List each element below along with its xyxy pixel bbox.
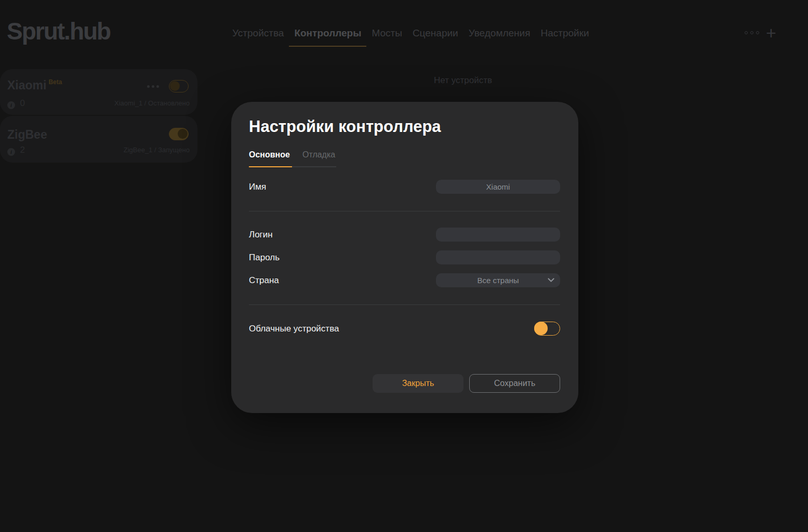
- chevron-down-icon: [548, 278, 554, 283]
- controller-settings-modal: Настройки контроллера Основное Отладка И…: [231, 102, 578, 413]
- main-nav: Устройства Контроллеры Мосты Сценарии Ув…: [232, 28, 594, 47]
- login-input[interactable]: [436, 228, 560, 242]
- controller-status: Xiaomi_1 / Остановлено: [114, 99, 190, 107]
- info-icon: i: [7, 101, 15, 109]
- tab-debug[interactable]: Отладка: [292, 150, 336, 167]
- controller-card-title: ZigBee: [7, 128, 47, 142]
- country-select-value: Все страны: [477, 276, 519, 285]
- country-label: Страна: [249, 275, 279, 286]
- nav-item-notifications[interactable]: Уведомления: [463, 28, 536, 47]
- app-root: Sprut.hub Устройства Контроллеры Мосты С…: [0, 0, 808, 532]
- save-button[interactable]: Сохранить: [469, 374, 560, 393]
- beta-badge: Beta: [48, 78, 62, 86]
- cloud-devices-toggle[interactable]: [534, 322, 560, 336]
- controller-enable-toggle[interactable]: [169, 128, 189, 140]
- nav-item-settings[interactable]: Настройки: [536, 28, 594, 47]
- device-count: 2: [20, 145, 24, 155]
- add-controller-button[interactable]: +: [766, 24, 776, 42]
- controller-name: Xiaomi: [7, 78, 46, 92]
- nav-item-controllers[interactable]: Контроллеры: [289, 28, 366, 47]
- controller-info-row: i 0 Xiaomi_1 / Остановлено: [7, 98, 190, 108]
- name-input[interactable]: [436, 180, 560, 194]
- empty-state-message: Нет устройств: [434, 75, 492, 86]
- nav-item-bridges[interactable]: Мосты: [366, 28, 407, 47]
- password-input[interactable]: [436, 250, 560, 264]
- login-row: Логин: [249, 228, 560, 242]
- device-count: 0: [20, 98, 24, 108]
- toggle-knob: [170, 81, 180, 91]
- name-row: Имя: [249, 180, 560, 194]
- controller-enable-toggle[interactable]: [169, 80, 189, 92]
- country-select[interactable]: Все страны: [436, 273, 560, 287]
- info-icon: i: [7, 148, 15, 156]
- modal-actions: Закрыть Сохранить: [249, 374, 560, 393]
- app-logo: Sprut.hub: [7, 17, 110, 45]
- nav-item-devices[interactable]: Устройства: [232, 28, 289, 47]
- controller-name: ZigBee: [7, 128, 47, 141]
- password-row: Пароль: [249, 250, 560, 264]
- password-label: Пароль: [249, 252, 280, 263]
- name-label: Имя: [249, 182, 266, 192]
- cloud-devices-label: Облачные устройства: [249, 324, 339, 334]
- nav-item-scenarios[interactable]: Сценарии: [407, 28, 463, 47]
- controller-info-row: i 2 ZigBee_1 / Запущено: [7, 145, 190, 154]
- close-button[interactable]: Закрыть: [373, 374, 463, 393]
- card-menu-icon[interactable]: [147, 85, 159, 88]
- divider: [249, 304, 560, 305]
- toggle-knob: [534, 322, 548, 335]
- more-options-icon[interactable]: [745, 31, 759, 34]
- login-label: Логин: [249, 230, 273, 240]
- controller-status: ZigBee_1 / Запущено: [124, 146, 190, 154]
- toggle-knob: [178, 129, 188, 139]
- divider: [249, 211, 560, 211]
- controller-card-zigbee[interactable]: ZigBee i 2 ZigBee_1 / Запущено: [0, 116, 197, 163]
- modal-title: Настройки контроллера: [249, 117, 560, 136]
- controller-card-xiaomi[interactable]: XiaomiBeta i 0 Xiaomi_1 / Остановлено: [0, 69, 197, 115]
- modal-tabs: Основное Отладка: [249, 150, 560, 167]
- cloud-devices-row: Облачные устройства: [249, 322, 560, 336]
- country-row: Страна Все страны: [249, 273, 560, 287]
- tab-main[interactable]: Основное: [249, 150, 292, 167]
- controller-card-title: XiaomiBeta: [7, 78, 62, 92]
